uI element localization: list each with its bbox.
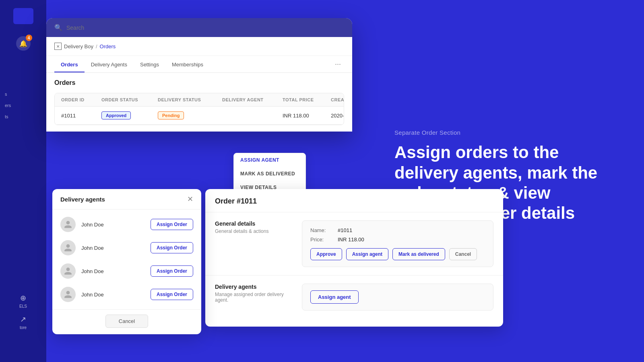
agent-row-1: John Doe Assign Order <box>52 213 201 236</box>
orders-title: Orders <box>54 79 344 86</box>
sidebar-item-ers: ers <box>0 100 46 111</box>
agent-avatar-3 <box>60 263 76 279</box>
delivery-boy-icon: ✕ <box>54 43 62 50</box>
breadcrumb: ✕ Delivery Boy / Orders <box>46 37 352 56</box>
cell-created-at: 2020-04-24 <box>331 113 344 119</box>
delivery-agents-modal: Delivery agents ✕ John Doe Assign Order … <box>52 189 201 334</box>
detail-name-key: Name: <box>310 227 334 233</box>
general-details-sub: General details & actions <box>215 228 295 234</box>
tab-orders[interactable]: Orders <box>54 56 85 72</box>
agent-row-4: John Doe Assign Order <box>52 283 201 306</box>
sidebar-item-els-label: ELS <box>19 304 27 309</box>
assign-agent-button[interactable]: Assign agent <box>346 248 388 260</box>
th-delivery-status: DELIVERY STATUS <box>158 97 222 102</box>
search-bar: 🔍 <box>46 18 352 37</box>
notification-badge[interactable]: 🔔 4 <box>16 36 31 51</box>
agent-row-3: John Doe Assign Order <box>52 259 201 283</box>
assign-order-button-1[interactable]: Assign Order <box>151 219 193 230</box>
tabs-more-icon[interactable]: ··· <box>332 60 344 68</box>
agent-name-3: John Doe <box>81 268 145 274</box>
assign-agent-card-button[interactable]: Assign agent <box>310 290 359 304</box>
th-created-at: CREATED AT <box>331 97 344 102</box>
agent-name-1: John Doe <box>81 222 145 228</box>
agent-row-2: John Doe Assign Order <box>52 236 201 259</box>
sidebar-item-els[interactable]: ⊕ ELS <box>19 294 27 309</box>
orders-table: ORDER ID ORDER STATUS DELIVERY STATUS DE… <box>54 93 344 125</box>
th-order-status: ORDER STATUS <box>101 97 158 102</box>
search-input[interactable] <box>66 25 344 31</box>
sidebar-bottom: ⊕ ELS ↗ tore <box>0 294 46 330</box>
bell-icon: 🔔 <box>19 40 27 47</box>
th-delivery-agent: DELIVERY AGENT <box>222 97 283 102</box>
general-details-card: Name: #1011 Price: INR 118.00 Approve As… <box>302 220 493 267</box>
detail-name-value: #1011 <box>338 227 352 233</box>
search-icon: 🔍 <box>54 24 62 31</box>
delivery-agents-label-group: Delivery agents Manage assigned order de… <box>215 284 295 303</box>
sidebar-item-store-label: tore <box>20 325 27 330</box>
sidebar-logo <box>13 8 33 24</box>
assign-agent-card: Assign agent <box>302 284 493 311</box>
badge-count: 4 <box>26 35 32 41</box>
modal-close-button[interactable]: ✕ <box>187 195 193 203</box>
sidebar-text-items: s ers ts <box>0 88 46 122</box>
cancel-order-button[interactable]: Cancel <box>449 248 477 260</box>
cell-order-status: Approved <box>101 111 158 119</box>
mark-delivered-button[interactable]: Mark as delivered <box>392 248 445 260</box>
modal-footer: Cancel <box>52 309 201 334</box>
agent-avatar-2 <box>60 240 76 255</box>
detail-name-row: Name: #1011 <box>310 227 485 233</box>
delivery-agents-sub: Manage assigned order delivery agent. <box>215 292 295 303</box>
general-details-label: General details <box>215 220 295 227</box>
tab-settings[interactable]: Settings <box>134 56 165 72</box>
approve-button[interactable]: Approve <box>310 248 342 260</box>
delivery-agents-section: Delivery agents Manage assigned order de… <box>205 276 503 319</box>
tab-memberships[interactable]: Memberships <box>165 56 210 72</box>
x-icon: ✕ <box>56 44 60 49</box>
main-window: 🔍 ✕ Delivery Boy / Orders Orders Deliver… <box>46 18 352 132</box>
order-detail-title: Order #1011 <box>215 197 493 206</box>
tab-delivery-agents[interactable]: Delivery Agents <box>85 56 134 72</box>
agent-name-2: John Doe <box>81 245 145 251</box>
general-details-section: General details General details & action… <box>205 212 503 276</box>
cell-order-id: #1011 <box>61 113 101 119</box>
agent-avatar-1 <box>60 217 76 232</box>
plus-circle-icon: ⊕ <box>20 294 26 302</box>
sidebar-item-s: s <box>0 88 46 100</box>
order-detail-panel: Order #1011 General details General deta… <box>205 189 503 327</box>
external-link-icon: ↗ <box>20 315 26 324</box>
detail-price-key: Price: <box>310 237 334 243</box>
orders-section: Orders ORDER ID ORDER STATUS DELIVERY ST… <box>46 73 352 132</box>
th-order-id: ORDER ID <box>61 97 101 102</box>
detail-price-row: Price: INR 118.00 <box>310 237 485 243</box>
assign-order-button-3[interactable]: Assign Order <box>151 265 193 277</box>
order-detail-header: Order #1011 <box>205 189 503 212</box>
status-badge-approved: Approved <box>101 111 131 119</box>
breadcrumb-separator: / <box>96 43 97 49</box>
context-menu-assign-agent[interactable]: ASSIGN AGENT <box>234 153 305 167</box>
status-badge-pending: Pending <box>158 111 184 119</box>
agent-list: John Doe Assign Order John Doe Assign Or… <box>52 210 201 309</box>
modal-cancel-button[interactable]: Cancel <box>105 315 148 328</box>
cell-delivery-status: Pending <box>158 111 222 119</box>
tabs-bar: Orders Delivery Agents Settings Membersh… <box>46 56 352 73</box>
right-panel-subtitle: Separate Order Section <box>394 129 620 136</box>
detail-price-value: INR 118.00 <box>338 237 364 243</box>
sidebar: 🔔 4 s ers ts ⊕ ELS ↗ tore <box>0 0 46 362</box>
table-row: #1011 Approved Pending INR 118.00 2020-0… <box>55 107 344 125</box>
sidebar-item-store[interactable]: ↗ tore <box>20 315 27 330</box>
breadcrumb-current[interactable]: Orders <box>100 43 116 49</box>
breadcrumb-parent[interactable]: Delivery Boy <box>64 43 93 49</box>
delivery-agents-label: Delivery agents <box>215 284 295 290</box>
context-menu-mark-delivered[interactable]: MARK AS DELIVERED <box>234 167 305 181</box>
table-header: ORDER ID ORDER STATUS DELIVERY STATUS DE… <box>55 93 344 107</box>
cell-total-price: INR 118.00 <box>283 113 331 119</box>
modal-title: Delivery agents <box>60 196 105 203</box>
action-buttons: Approve Assign agent Mark as delivered C… <box>310 248 485 260</box>
assign-order-button-4[interactable]: Assign Order <box>151 289 193 300</box>
modal-header: Delivery agents ✕ <box>52 189 201 210</box>
general-details-label-group: General details General details & action… <box>215 220 295 234</box>
sidebar-item-ts: ts <box>0 111 46 122</box>
assign-order-button-2[interactable]: Assign Order <box>151 242 193 253</box>
agent-avatar-4 <box>60 287 76 302</box>
agent-name-4: John Doe <box>81 292 145 298</box>
